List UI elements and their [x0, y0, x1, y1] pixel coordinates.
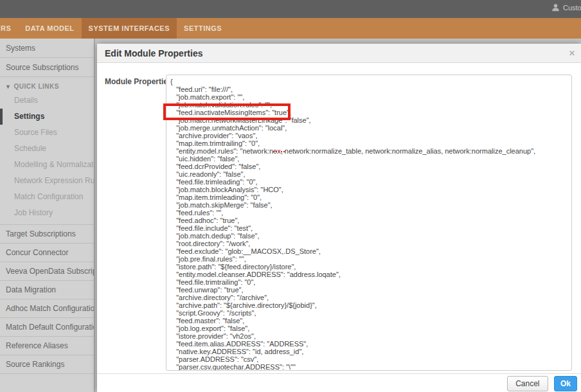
sidebar-item-settings[interactable]: Settings [0, 109, 94, 125]
app-window: Custo RS DATA MODEL SYSTEM INTERFACES SE… [0, 0, 581, 392]
nav-tab-users[interactable]: RS [0, 18, 18, 39]
sidebar-item-target-subscriptions[interactable]: Target Subscriptions [0, 225, 94, 244]
user-name: Custo [563, 4, 581, 12]
sidebar-item-data-migration[interactable]: Data Migration [0, 281, 94, 299]
sidebar-item-concur-connector[interactable]: Concur Connector [0, 244, 94, 262]
main-nav: RS DATA MODEL SYSTEM INTERFACES SETTINGS [0, 18, 581, 39]
sidebar-item-job-history[interactable]: Job History [0, 205, 94, 221]
sidebar-item-match-default-configuration[interactable]: Match Default Configuration [0, 318, 94, 337]
dialog-footer: Cancel Ok [97, 373, 581, 392]
sidebar-item-source-files[interactable]: Source Files [0, 125, 94, 141]
edit-module-properties-dialog: Edit Module Properties ✕ Module Properti… [97, 44, 581, 392]
quick-links-header[interactable]: ▼QUICK LINKS [0, 77, 94, 93]
sidebar-item-reference-aliases[interactable]: Reference Aliases [0, 337, 94, 355]
nav-tab-label: DATA MODEL [25, 24, 74, 32]
nav-tab-label: SETTINGS [184, 24, 222, 32]
module-properties-textarea[interactable]: { "feed.uri": "file:///", "job.match.exp… [166, 75, 572, 371]
sidebar: Systems Source Subscriptions ▼QUICK LINK… [0, 39, 95, 392]
sidebar-item-systems[interactable]: Systems [0, 39, 94, 58]
sidebar-item-schedule[interactable]: Schedule [0, 141, 94, 157]
sidebar-item-details[interactable]: Details [0, 93, 94, 109]
quick-links-label: QUICK LINKS [13, 83, 59, 90]
sidebar-item-modelling-normalization[interactable]: Modelling & Normalization [0, 157, 94, 173]
close-icon[interactable]: ✕ [569, 44, 575, 63]
dialog-header: Edit Module Properties ✕ [97, 44, 581, 63]
user-icon [551, 3, 560, 12]
sidebar-item-network-expression-rules[interactable]: Network Expression Rules [0, 173, 94, 189]
nav-tab-label: RS [1, 24, 11, 32]
dialog-title: Edit Module Properties [105, 48, 202, 58]
nav-tab-system-interfaces[interactable]: SYSTEM INTERFACES [82, 18, 177, 39]
sidebar-item-source-rankings[interactable]: Source Rankings [0, 355, 94, 374]
ok-button[interactable]: Ok [554, 376, 577, 391]
sidebar-item-match-configuration[interactable]: Match Configuration [0, 189, 94, 205]
nav-tab-settings[interactable]: SETTINGS [177, 18, 229, 39]
sidebar-item-adhoc-match-configuration[interactable]: Adhoc Match Configuration [0, 299, 94, 318]
module-properties-label: Module Properties [105, 77, 172, 86]
sidebar-bottom-group: Target Subscriptions Concur Connector Ve… [0, 224, 94, 374]
nav-tab-data-model[interactable]: DATA MODEL [18, 18, 81, 39]
top-bar: Custo [0, 0, 581, 18]
cancel-button[interactable]: Cancel [507, 376, 548, 391]
sidebar-item-source-subscriptions[interactable]: Source Subscriptions [0, 58, 94, 77]
user-menu[interactable]: Custo [551, 3, 581, 12]
chevron-down-icon: ▼ [5, 84, 11, 90]
nav-tab-label: SYSTEM INTERFACES [89, 24, 170, 32]
sidebar-item-veeva-opendata-subscriptions[interactable]: Veeva OpenData Subscriptions [0, 262, 94, 281]
